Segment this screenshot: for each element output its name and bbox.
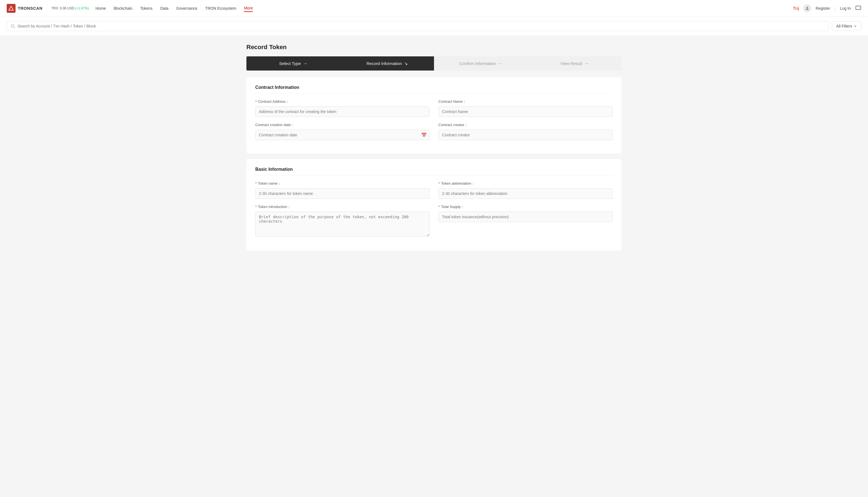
step-1-label: Select Type xyxy=(279,61,301,66)
svg-point-5 xyxy=(11,25,14,28)
token-abbreviation-label: * Token abbreviation： xyxy=(439,181,613,186)
contract-creator-input[interactable] xyxy=(439,130,613,140)
step-4-arrow: → xyxy=(584,61,589,66)
step-record-information[interactable]: Record Information ↘ xyxy=(340,56,434,71)
token-name-field: * Token name： xyxy=(255,181,429,199)
contract-creation-date-label: Contract creation date： xyxy=(255,123,429,127)
token-abbreviation-field: * Token abbreviation： xyxy=(439,181,613,199)
required-star-5: * xyxy=(439,204,440,209)
nav-tron-ecosystem[interactable]: TRON Ecosystem xyxy=(205,5,236,12)
nav-governance[interactable]: Governance xyxy=(176,5,197,12)
main-content: Record Token Select Type → Record Inform… xyxy=(240,36,628,264)
nav-home[interactable]: Home xyxy=(95,5,106,12)
search-bar-container: All Filters xyxy=(0,17,868,36)
login-link[interactable]: Log In xyxy=(840,6,851,11)
contract-name-label: Contract Name： xyxy=(439,99,613,104)
token-introduction-field: * Token introduction： xyxy=(255,204,429,237)
total-supply-field: * Total Supply： xyxy=(439,204,613,237)
contract-address-field: * Contract Address： xyxy=(255,99,429,117)
contract-creation-date-wrap: 📅 xyxy=(255,130,429,140)
contract-row-2: Contract creation date： 📅 Contract creat… xyxy=(255,123,613,140)
nav-data[interactable]: Data xyxy=(160,5,169,12)
required-star-2: * xyxy=(255,181,257,186)
contract-creation-date-input[interactable] xyxy=(255,130,429,140)
logo-area[interactable]: TRONSCAN xyxy=(7,4,42,13)
token-name-input[interactable] xyxy=(255,188,429,199)
trx-price: TRX: 0.06 USD (+1.87%) xyxy=(52,6,89,10)
token-introduction-label: * Token introduction： xyxy=(255,204,429,209)
register-link[interactable]: Register xyxy=(815,6,830,11)
basic-information-section: Basic Information * Token name： * Token … xyxy=(246,159,622,251)
total-supply-input[interactable] xyxy=(439,212,613,222)
contract-creation-date-field: Contract creation date： 📅 xyxy=(255,123,429,140)
logo-icon xyxy=(7,4,16,13)
step-2-arrow: ↘ xyxy=(404,61,408,66)
total-supply-label: * Total Supply： xyxy=(439,204,613,209)
required-star-4: * xyxy=(255,204,257,209)
contract-row-1: * Contract Address： Contract Name： xyxy=(255,99,613,117)
page-title: Record Token xyxy=(246,44,622,51)
token-introduction-textarea[interactable] xyxy=(255,212,429,237)
step-view-result[interactable]: View Result → xyxy=(528,56,622,71)
contract-address-input[interactable] xyxy=(255,106,429,117)
main-nav: Home Blockchain Tokens Data Governance T… xyxy=(95,5,793,12)
step-select-type[interactable]: Select Type → xyxy=(246,56,340,71)
basic-row-1: * Token name： * Token abbreviation： xyxy=(255,181,613,199)
svg-line-6 xyxy=(14,27,15,28)
basic-section-title: Basic Information xyxy=(255,167,613,175)
nav-tokens[interactable]: Tokens xyxy=(140,5,152,12)
search-input-wrap xyxy=(7,21,828,31)
logo-text: TRONSCAN xyxy=(18,6,42,11)
header-right: TUj Register | Log In xyxy=(793,4,862,12)
step-confirm-information[interactable]: Confirm Information → xyxy=(434,56,528,71)
search-icon xyxy=(10,24,15,29)
steps-bar: Select Type → Record Information ↘ Confi… xyxy=(246,56,622,71)
chevron-down-icon xyxy=(853,24,857,28)
required-star: * xyxy=(255,99,257,104)
user-account[interactable]: TUj xyxy=(793,6,799,11)
step-2-label: Record Information xyxy=(367,61,402,66)
svg-point-3 xyxy=(807,7,808,8)
contract-name-input[interactable] xyxy=(439,106,613,117)
basic-row-2: * Token introduction： * Total Supply： xyxy=(255,204,613,237)
token-abbreviation-input[interactable] xyxy=(439,188,613,199)
search-input[interactable] xyxy=(17,24,825,28)
nav-blockchain[interactable]: Blockchain xyxy=(114,5,132,12)
header: TRONSCAN TRX: 0.06 USD (+1.87%) Home Blo… xyxy=(0,0,868,17)
wallet-icon[interactable] xyxy=(855,5,861,12)
avatar[interactable] xyxy=(803,4,811,12)
step-3-arrow: → xyxy=(498,61,502,66)
svg-rect-4 xyxy=(856,6,861,10)
token-name-label: * Token name： xyxy=(255,181,429,186)
contract-name-field: Contract Name： xyxy=(439,99,613,117)
contract-creator-field: Contract creator： xyxy=(439,123,613,140)
step-1-arrow: → xyxy=(303,61,307,66)
required-star-3: * xyxy=(439,181,440,186)
step-4-label: View Result xyxy=(561,61,583,66)
contract-information-section: Contract Information * Contract Address：… xyxy=(246,77,622,154)
contract-section-title: Contract Information xyxy=(255,85,613,94)
nav-more[interactable]: More xyxy=(244,5,253,12)
contract-address-label: * Contract Address： xyxy=(255,99,429,104)
all-filters-button[interactable]: All Filters xyxy=(832,22,861,31)
step-3-label: Confirm Information xyxy=(459,61,496,66)
contract-creator-label: Contract creator： xyxy=(439,123,613,127)
